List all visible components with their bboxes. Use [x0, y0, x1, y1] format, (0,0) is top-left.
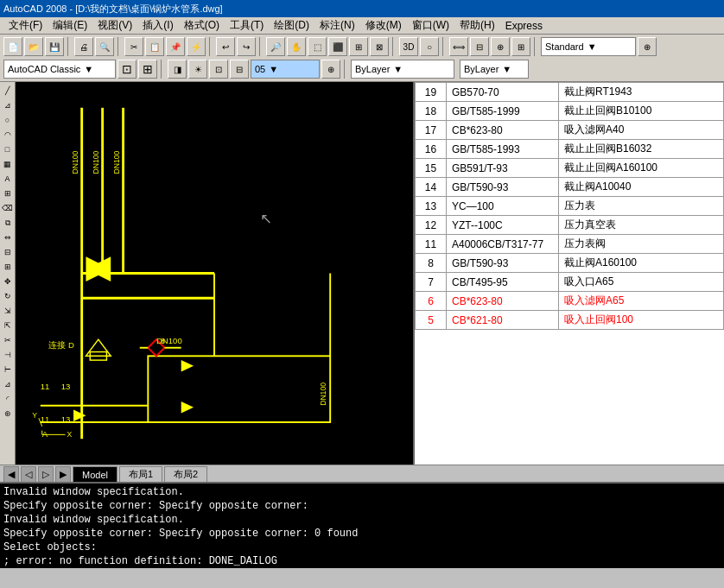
- tool-fillet[interactable]: ◜: [1, 392, 15, 406]
- tb-zoom-all[interactable]: ⊠: [370, 37, 389, 56]
- tb-open[interactable]: 📂: [24, 37, 43, 56]
- tb-ws-icon1[interactable]: ⊡: [117, 60, 137, 79]
- tool-array[interactable]: ⊞: [1, 260, 15, 274]
- tool-mirror[interactable]: ⇔: [1, 231, 15, 244]
- tb-sep-7: [534, 37, 537, 56]
- workspace-dropdown[interactable]: AutoCAD Classic ▼: [3, 60, 116, 79]
- tb-orbit[interactable]: ○: [420, 37, 439, 56]
- tab-layout2[interactable]: 布局2: [164, 466, 207, 482]
- toolbar-area: 📄 📂 💾 🖨 🔍 ✂ 📋 📌 ⚡ ↩ ↪ 🔎 ✋ ⬚ ⬛ ⊞ ⊠ 3D ○ ⟺…: [0, 35, 724, 82]
- tb-copy[interactable]: 📋: [145, 37, 164, 56]
- menu-tools[interactable]: 工具(T): [225, 16, 269, 35]
- tool-chamfer[interactable]: ⊿: [1, 377, 15, 391]
- tb-new[interactable]: 📄: [3, 37, 22, 56]
- menu-draw[interactable]: 绘图(D): [269, 16, 314, 35]
- cad-canvas[interactable]: DN100 DN100 DN100 DN100: [16, 82, 413, 465]
- tool-erase[interactable]: ⌫: [1, 201, 15, 215]
- tb-print[interactable]: 🖨: [74, 37, 93, 56]
- tool-move[interactable]: ✥: [1, 275, 15, 288]
- svg-text:X: X: [67, 430, 72, 439]
- menu-view[interactable]: 视图(V): [92, 16, 137, 35]
- tb-save[interactable]: 💾: [45, 37, 64, 56]
- table-row: 13 YC—100 压力表: [416, 197, 724, 216]
- menu-window[interactable]: 窗口(W): [407, 16, 454, 35]
- left-sidebar: ╱ ⊿ ○ ◠ □ ▦ A ⊞ ⌫ ⧉ ⇔ ⊟ ⊞ ✥ ↻ ⇲ ⇱ ✂ ⊣ ⊢ …: [0, 82, 16, 465]
- tab-scroll-prev[interactable]: ◁: [21, 466, 36, 482]
- svg-marker-30: [181, 401, 194, 413]
- tool-extend[interactable]: ⊣: [1, 348, 15, 362]
- tb-pan[interactable]: ✋: [287, 37, 306, 56]
- tab-scroll-left[interactable]: ◀: [3, 466, 19, 482]
- cmd-line-4: Specify opposite corner: Specify opposit…: [3, 527, 721, 541]
- tb-cut[interactable]: ✂: [124, 37, 143, 56]
- tb-paste[interactable]: 📌: [166, 37, 185, 56]
- menu-format[interactable]: 格式(O): [179, 16, 225, 35]
- menu-help[interactable]: 帮助(H): [454, 16, 500, 35]
- layer-dropdown[interactable]: 05 ▼: [251, 60, 320, 79]
- tool-scale[interactable]: ⇲: [1, 304, 15, 318]
- tb-tool-pal[interactable]: ⊞: [511, 37, 530, 56]
- svg-text:11: 11: [41, 382, 50, 391]
- lineweight-dropdown[interactable]: ByLayer ▼: [460, 60, 529, 79]
- command-area[interactable]: Invalid window specification. Specify op…: [0, 482, 724, 568]
- tb-undo[interactable]: ↩: [216, 37, 235, 56]
- svg-rect-8: [148, 356, 330, 422]
- tb-zoom-win[interactable]: ⬚: [308, 37, 327, 56]
- tb-redo[interactable]: ↪: [237, 37, 256, 56]
- tb-ws-icon2[interactable]: ⊞: [138, 60, 157, 79]
- tool-arc[interactable]: ◠: [1, 128, 15, 142]
- tool-circle[interactable]: ○: [1, 113, 15, 127]
- tab-model[interactable]: Model: [73, 466, 117, 482]
- toolbar-row-2: AutoCAD Classic ▼ ⊡ ⊞ ◨ ☀ ⊡ ⊟ 05 ▼ ⊕ ByL…: [3, 59, 721, 79]
- svg-marker-29: [181, 360, 194, 371]
- svg-text:DN100: DN100: [156, 336, 182, 345]
- tb-adcenter[interactable]: ⊕: [491, 37, 510, 56]
- tool-explode[interactable]: ⊛: [1, 407, 15, 420]
- tb-preview[interactable]: 🔍: [95, 37, 114, 56]
- tool-trim[interactable]: ✂: [1, 333, 15, 347]
- svg-text:DN100: DN100: [71, 150, 79, 174]
- tb-layer-icon3[interactable]: ⊟: [230, 60, 249, 79]
- tool-copy[interactable]: ⧉: [1, 216, 15, 230]
- tool-offset[interactable]: ⊟: [1, 245, 15, 259]
- tb-zoom-ext[interactable]: ⊞: [349, 37, 368, 56]
- menu-insert[interactable]: 插入(I): [137, 16, 178, 35]
- tab-scroll-right[interactable]: ▶: [55, 466, 71, 482]
- table-row-red: 6 CB*623-80 吸入滤网A65: [416, 292, 724, 311]
- tool-rotate[interactable]: ↻: [1, 289, 15, 303]
- title-bar: AutoCAD 2008 - [D:\我的文档\桌面\锅炉水管系.dwg]: [0, 0, 724, 17]
- tb-layer-icon1[interactable]: ☀: [188, 60, 207, 79]
- tab-layout1[interactable]: 布局1: [119, 466, 162, 482]
- table-row: 17 CB*623-80 吸入滤网A40: [416, 121, 724, 140]
- tb-layer-prev[interactable]: ◨: [168, 60, 187, 79]
- tool-hatch[interactable]: ▦: [1, 157, 15, 171]
- svg-text:Y: Y: [32, 411, 37, 420]
- tool-rect[interactable]: □: [1, 142, 15, 156]
- tb-matchprop[interactable]: ⚡: [187, 37, 206, 56]
- tb-sep-2: [117, 37, 121, 56]
- tool-break[interactable]: ⊢: [1, 363, 15, 376]
- menu-express[interactable]: Express: [500, 18, 548, 34]
- cmd-line-3: Invalid window specification.: [3, 513, 721, 527]
- tool-line[interactable]: ╱: [1, 84, 15, 98]
- tab-scroll-next[interactable]: ▷: [38, 466, 54, 482]
- tb-3d[interactable]: 3D: [399, 37, 418, 56]
- tool-insert[interactable]: ⊞: [1, 187, 15, 200]
- style-dropdown[interactable]: Standard ▼: [541, 37, 636, 56]
- menu-edit[interactable]: 编辑(E): [48, 16, 92, 35]
- tb-prop[interactable]: ⊟: [470, 37, 489, 56]
- menu-dimension[interactable]: 标注(N): [314, 16, 360, 35]
- tool-text[interactable]: A: [1, 172, 15, 186]
- linetype-dropdown[interactable]: ByLayer ▼: [351, 60, 454, 79]
- tb-dist[interactable]: ⟺: [449, 37, 468, 56]
- tb-zoom[interactable]: 🔎: [266, 37, 285, 56]
- tb-zoom-prev[interactable]: ⬛: [328, 37, 347, 56]
- tb-style-extra[interactable]: ⊕: [638, 37, 657, 56]
- menu-file[interactable]: 文件(F): [3, 16, 48, 35]
- tb-layer-icon2[interactable]: ⊡: [209, 60, 228, 79]
- tb-layer-icon4[interactable]: ⊕: [321, 60, 340, 79]
- menu-modify[interactable]: 修改(M): [360, 16, 407, 35]
- tool-polyline[interactable]: ⊿: [1, 98, 15, 112]
- tb-sep-6: [442, 37, 446, 56]
- tool-stretch[interactable]: ⇱: [1, 319, 15, 332]
